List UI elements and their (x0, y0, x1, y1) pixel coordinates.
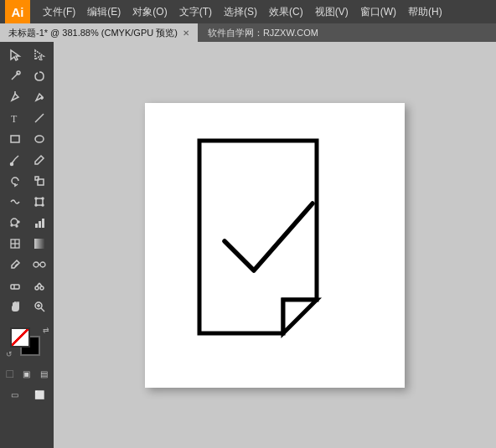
swap-colors-icon[interactable]: ⇄ (43, 326, 49, 334)
svg-point-30 (40, 262, 45, 267)
type-tool[interactable]: T (3, 108, 27, 128)
artwork-svg (183, 132, 367, 358)
svg-rect-27 (34, 239, 44, 249)
menu-bar: 文件(F) 编辑(E) 对象(O) 文字(T) 选择(S) 效果(C) 视图(V… (34, 0, 491, 23)
tool-row-2 (2, 66, 52, 86)
color-swatch-area: ↺ ⇄ (2, 321, 52, 361)
tool-row-11 (2, 255, 52, 275)
svg-rect-32 (11, 285, 19, 289)
svg-line-37 (39, 283, 42, 286)
tab-active-label: 未标题-1* @ 381.88% (CMYK/GPU 预览) (8, 27, 178, 39)
warp-tool[interactable] (3, 192, 27, 212)
tabbar: 未标题-1* @ 381.88% (CMYK/GPU 预览) ✕ 软件自学网：R… (0, 23, 496, 42)
svg-rect-22 (39, 221, 41, 228)
tool-row-12 (2, 275, 52, 296)
rect-tool[interactable] (3, 129, 27, 149)
menu-type[interactable]: 文字(T) (173, 2, 218, 23)
paintbrush-tool[interactable] (3, 150, 27, 170)
direct-select-tool[interactable] (28, 45, 51, 65)
svg-line-39 (41, 308, 44, 312)
tool-row-1 (2, 45, 52, 65)
select-tool[interactable] (3, 45, 27, 65)
tool-row-4: T (2, 108, 52, 128)
svg-point-16 (42, 204, 44, 206)
svg-point-8 (35, 136, 44, 142)
pencil-tool[interactable] (28, 150, 51, 170)
tab-inactive[interactable]: 软件自学网：RJZXW.COM (198, 23, 328, 42)
menu-window[interactable]: 窗口(W) (354, 2, 402, 23)
free-transform-tool[interactable] (28, 192, 51, 212)
none-fill-icon[interactable]: □ (2, 363, 18, 384)
menu-help[interactable]: 帮助(H) (402, 2, 448, 23)
scissors-tool[interactable] (28, 275, 51, 296)
canvas-area[interactable] (54, 42, 496, 448)
eyedropper-tool[interactable] (3, 255, 27, 275)
tab-close-active[interactable]: ✕ (183, 28, 189, 38)
tool-row-13 (2, 296, 52, 317)
toolbar: T (0, 42, 54, 448)
svg-point-20 (18, 221, 19, 223)
add-anchor-tool[interactable] (28, 87, 51, 107)
svg-point-9 (10, 163, 13, 166)
tool-row-6 (2, 150, 52, 170)
svg-point-13 (35, 198, 37, 199)
menu-edit[interactable]: 编辑(E) (81, 2, 127, 23)
menu-select[interactable]: 选择(S) (218, 2, 263, 23)
menu-file[interactable]: 文件(F) (37, 2, 81, 23)
tool-row-3 (2, 87, 52, 107)
svg-point-18 (11, 224, 13, 226)
color-fill-icon[interactable]: ▣ (18, 363, 34, 384)
tool-row-8 (2, 192, 52, 212)
svg-point-35 (40, 286, 44, 290)
full-screen-mode[interactable]: ⬜ (28, 384, 51, 404)
ai-logo: Ai (5, 0, 30, 23)
svg-point-15 (35, 204, 37, 206)
svg-text:T: T (11, 113, 18, 125)
titlebar: Ai 文件(F) 编辑(E) 对象(O) 文字(T) 选择(S) 效果(C) 视… (0, 0, 496, 23)
svg-point-14 (42, 198, 44, 199)
svg-point-19 (16, 225, 18, 227)
tab-inactive-label: 软件自学网：RJZXW.COM (208, 27, 318, 39)
hand-tool[interactable] (3, 296, 27, 317)
menu-view[interactable]: 视图(V) (309, 2, 354, 23)
svg-point-29 (34, 262, 39, 267)
svg-rect-23 (42, 219, 44, 228)
svg-rect-21 (35, 224, 38, 228)
normal-screen-mode[interactable]: ▭ (3, 384, 27, 404)
gradient-fill-icon[interactable]: ▤ (36, 363, 52, 384)
ellipse-tool[interactable] (28, 129, 51, 149)
foreground-color-swatch[interactable] (10, 327, 30, 348)
artboard (145, 103, 405, 388)
svg-line-28 (15, 264, 18, 266)
screen-mode-row: ▭ ⬜ (2, 384, 52, 404)
tool-row-7 (2, 171, 52, 191)
svg-rect-11 (35, 177, 39, 180)
pen-tool[interactable] (3, 87, 27, 107)
tab-active[interactable]: 未标题-1* @ 381.88% (CMYK/GPU 预览) ✕ (0, 23, 198, 42)
rotate-tool[interactable] (3, 171, 27, 191)
main-area: T (0, 42, 496, 448)
line-tool[interactable] (28, 108, 51, 128)
gradient-tool[interactable] (28, 234, 51, 254)
svg-rect-7 (11, 136, 19, 142)
view-mode-row: □ ▣ ▤ (2, 363, 52, 384)
blend-tool[interactable] (28, 255, 51, 275)
menu-effect[interactable]: 效果(C) (263, 2, 309, 23)
menu-object[interactable]: 对象(O) (127, 2, 173, 23)
reset-colors-icon[interactable]: ↺ (6, 350, 13, 358)
zoom-tool[interactable] (28, 296, 51, 317)
tool-row-10 (2, 234, 52, 254)
scale-tool[interactable] (28, 171, 51, 191)
lasso-tool[interactable] (28, 66, 51, 86)
svg-line-6 (35, 114, 44, 122)
magic-wand-tool[interactable] (3, 66, 27, 86)
eraser-tool[interactable] (3, 275, 27, 296)
symbol-sprayer-tool[interactable] (3, 213, 27, 233)
mesh-tool[interactable] (3, 234, 27, 254)
svg-point-34 (35, 286, 39, 290)
column-graph-tool[interactable] (28, 213, 51, 233)
tool-row-5 (2, 129, 52, 149)
tool-row-9 (2, 213, 52, 233)
